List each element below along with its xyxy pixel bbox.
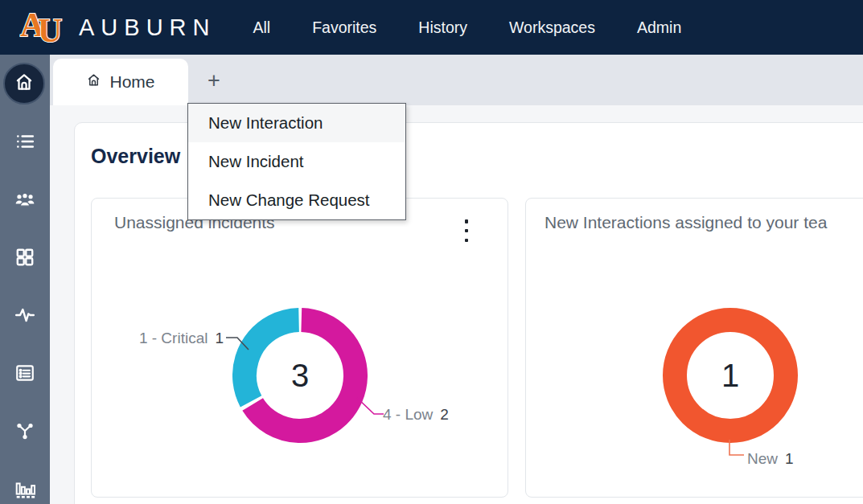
sidebar-item-workspaces[interactable]: [14, 247, 35, 268]
tab-home[interactable]: Home: [53, 59, 188, 105]
bar-chart-icon: [14, 488, 35, 502]
nav-item-all[interactable]: All: [253, 18, 270, 37]
nav-item-admin[interactable]: Admin: [637, 18, 681, 37]
svg-text:U: U: [38, 12, 62, 46]
slice-label-low[interactable]: 4 - Low2: [383, 406, 449, 424]
slice-label-critical[interactable]: 1 - Critical1: [129, 330, 224, 347]
top-nav: A U AUBURN All Favorites History Workspa…: [0, 0, 863, 55]
left-sidebar: [0, 55, 50, 504]
tab-strip: Home +: [50, 55, 863, 105]
auburn-logo-icon[interactable]: A U: [19, 6, 69, 49]
menu-item-new-incident[interactable]: New Incident: [188, 142, 405, 181]
new-tab-button[interactable]: +: [199, 64, 228, 96]
pulse-icon: [14, 314, 35, 328]
card-menu-button[interactable]: [459, 218, 474, 244]
app-grid-icon: [14, 256, 35, 270]
unassigned-donut-chart[interactable]: 3: [232, 308, 368, 443]
nav-item-favorites[interactable]: Favorites: [312, 18, 376, 37]
sidebar-item-users[interactable]: [14, 189, 35, 210]
list-icon: [14, 141, 35, 154]
nav-links: All Favorites History Workspaces Admin: [253, 18, 681, 37]
sidebar-item-activity[interactable]: [14, 305, 35, 326]
menu-item-new-interaction[interactable]: New Interaction: [188, 104, 405, 142]
sidebar-item-reports[interactable]: [14, 478, 35, 499]
critical-leader-line: [225, 331, 253, 352]
sidebar-item-home[interactable]: [3, 63, 45, 104]
donut-total: 1: [663, 308, 798, 443]
sidebar-item-forms[interactable]: [14, 363, 35, 383]
interactions-donut-chart[interactable]: 1: [663, 308, 798, 443]
page-title: Overview: [91, 145, 180, 168]
people-group-icon: [14, 199, 35, 212]
home-tab-icon: [86, 72, 101, 92]
branch-connect-icon: [14, 430, 35, 444]
nav-item-workspaces[interactable]: Workspaces: [509, 18, 595, 37]
brand-wordmark: AUBURN: [79, 14, 216, 41]
low-leader-line: [355, 395, 386, 418]
sidebar-item-lists[interactable]: [14, 131, 35, 152]
donut-total: 3: [232, 308, 368, 443]
slice-label-new[interactable]: New1: [747, 450, 794, 468]
new-record-menu: New Interaction New Incident New Change …: [187, 103, 406, 220]
sidebar-item-connections[interactable]: [14, 420, 35, 441]
new-leader-line: [723, 439, 746, 460]
nav-item-history[interactable]: History: [418, 18, 467, 37]
menu-item-new-change-request[interactable]: New Change Request: [188, 181, 405, 219]
home-icon: [14, 72, 35, 96]
card-title: New Interactions assigned to your tea: [545, 213, 827, 232]
tab-home-label: Home: [109, 72, 154, 92]
form-list-icon: [14, 372, 35, 386]
